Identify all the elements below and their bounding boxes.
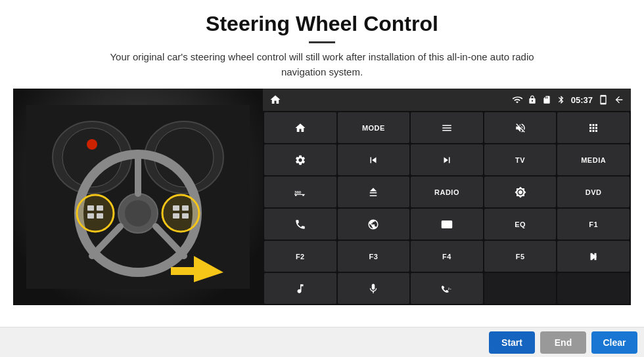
- btn-f3[interactable]: F3: [338, 241, 410, 272]
- btn-f2[interactable]: F2: [264, 241, 336, 272]
- topbar-right: 05:37: [512, 94, 624, 105]
- svg-rect-16: [97, 213, 103, 219]
- home-icon: [269, 94, 281, 106]
- svg-text:/~: /~: [448, 286, 452, 290]
- btn-dvd[interactable]: DVD: [557, 177, 630, 207]
- btn-tv[interactable]: TV: [484, 144, 557, 175]
- btn-playpause[interactable]: [557, 241, 630, 272]
- steering-wheel-image: [13, 89, 263, 305]
- btn-next[interactable]: [411, 144, 483, 175]
- btn-browser[interactable]: [338, 209, 410, 240]
- svg-rect-27: [302, 194, 304, 196]
- page-subtitle: Your original car's steering wheel contr…: [92, 50, 552, 79]
- btn-f4[interactable]: F4: [411, 241, 483, 272]
- content-row: 05:37 MODE: [13, 89, 631, 305]
- btn-call[interactable]: /~: [411, 273, 483, 304]
- btn-f5[interactable]: F5: [484, 241, 557, 272]
- end-button[interactable]: End: [540, 331, 586, 354]
- bottom-bar: Start End Clear: [0, 327, 644, 357]
- btn-music[interactable]: [264, 273, 336, 304]
- svg-rect-13: [87, 205, 94, 211]
- topbar-time: 05:37: [571, 95, 593, 105]
- screenshot-icon: [598, 94, 609, 105]
- btn-brightness[interactable]: [484, 177, 557, 207]
- clear-button[interactable]: Clear: [591, 331, 637, 354]
- btn-mic[interactable]: [338, 273, 410, 304]
- btn-empty2: [557, 273, 630, 304]
- btn-empty1: [484, 273, 557, 304]
- steering-wheel-svg: [26, 105, 250, 289]
- svg-point-5: [87, 139, 97, 150]
- svg-rect-19: [182, 205, 189, 211]
- svg-rect-25: [294, 194, 305, 194]
- panel-topbar: 05:37: [263, 89, 631, 111]
- btn-prev[interactable]: [338, 144, 410, 175]
- btn-mute[interactable]: [484, 112, 557, 143]
- lock-icon: [528, 95, 537, 104]
- bluetooth-icon: [557, 95, 566, 104]
- svg-rect-15: [87, 213, 94, 219]
- svg-rect-21: [182, 213, 189, 219]
- btn-settings[interactable]: [264, 144, 336, 175]
- btn-menu[interactable]: [411, 112, 483, 143]
- sdcard-icon: [542, 95, 551, 104]
- btn-rect[interactable]: [411, 209, 483, 240]
- page-title: Steering Wheel Control: [206, 12, 438, 36]
- btn-eq[interactable]: EQ: [484, 209, 557, 240]
- page-container: Steering Wheel Control Your original car…: [0, 0, 644, 357]
- btn-eject[interactable]: [338, 177, 410, 207]
- back-icon: [614, 94, 624, 105]
- topbar-left: [269, 94, 281, 106]
- wifi-icon: [512, 94, 522, 105]
- btn-radio[interactable]: RADIO: [411, 177, 483, 207]
- svg-text:360: 360: [294, 189, 302, 194]
- btn-media[interactable]: MEDIA: [557, 144, 630, 175]
- btn-mode[interactable]: MODE: [338, 112, 410, 143]
- btn-apps[interactable]: [557, 112, 630, 143]
- svg-rect-18: [173, 205, 179, 211]
- svg-rect-14: [97, 205, 103, 211]
- svg-rect-20: [173, 213, 179, 219]
- start-button[interactable]: Start: [489, 331, 535, 354]
- svg-point-12: [77, 195, 114, 232]
- panel-buttons: MODE: [263, 111, 631, 305]
- btn-360[interactable]: 360: [264, 177, 336, 207]
- svg-point-8: [125, 200, 151, 226]
- sw-background: [13, 89, 263, 305]
- btn-phone[interactable]: [264, 209, 336, 240]
- svg-rect-23: [171, 267, 197, 275]
- svg-point-17: [162, 195, 199, 232]
- btn-f1[interactable]: F1: [557, 209, 630, 240]
- svg-rect-26: [295, 194, 296, 196]
- btn-home[interactable]: [264, 112, 336, 143]
- title-divider: [309, 41, 335, 43]
- svg-rect-28: [442, 220, 451, 228]
- control-panel: 05:37 MODE: [263, 89, 631, 305]
